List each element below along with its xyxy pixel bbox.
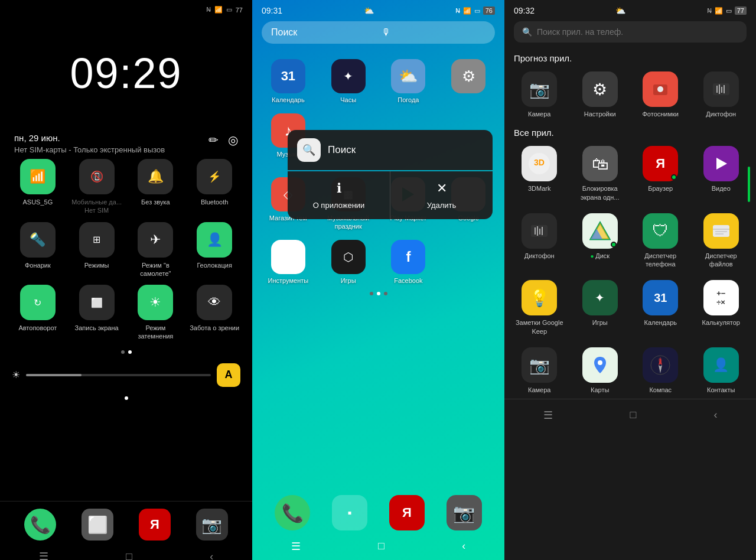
- home-nav-menu[interactable]: ☰: [279, 538, 312, 555]
- drawer-search-input[interactable]: [537, 27, 738, 37]
- app-calendar[interactable]: 31 Календарь: [258, 54, 318, 109]
- predicted-app-camera[interactable]: 📷 Камера: [510, 67, 569, 123]
- lock-dock-phone[interactable]: 📞: [24, 509, 56, 541]
- calendar-icon: 31: [643, 280, 678, 315]
- lock-dock-browser[interactable]: ⬜: [82, 509, 113, 541]
- toggle-modes-btn[interactable]: ⊞: [79, 222, 115, 258]
- nav-menu[interactable]: ☰: [27, 548, 60, 560]
- all-app-maps[interactable]: Карты: [571, 343, 630, 399]
- toggle-location-btn[interactable]: 👤: [197, 222, 232, 258]
- nav-back[interactable]: ‹: [198, 548, 225, 561]
- games-label: Игры: [592, 318, 608, 327]
- all-app-screenlock[interactable]: 🛍 Блокировка экрана одн...: [571, 141, 630, 206]
- drawer-status-icons: N̶ 📶 ▭ 77: [707, 6, 747, 15]
- app-facebook[interactable]: f Facebook: [379, 235, 439, 289]
- dock-yandex[interactable]: Я: [389, 495, 425, 530]
- toggle-eye-btn[interactable]: 👁: [197, 285, 232, 320]
- all-app-camera[interactable]: 📷 Камера: [510, 343, 569, 399]
- app-games[interactable]: ⬡ Игры: [318, 235, 379, 289]
- all-apps-grid: 3D 3DMark 🛍 Блокировка экрана одн... Я Б…: [504, 141, 756, 399]
- predicted-app-recorder[interactable]: Диктофон: [692, 67, 751, 123]
- home-signal-icon: N̶: [455, 7, 460, 15]
- app-clock[interactable]: ✦ Часы: [318, 54, 379, 109]
- svg-point-23: [598, 360, 602, 365]
- predicted-camera-icon: 📷: [522, 71, 557, 107]
- toggle-bluetooth-btn[interactable]: ⚡: [197, 159, 232, 194]
- screenlock-label: Блокировка экрана одн...: [573, 184, 627, 201]
- app-drawer: 09:32 ⛅ N̶ 📶 ▭ 77 🔍 Прогноз прил. 📷 Каме…: [504, 0, 756, 560]
- app-clock-icon: ✦: [331, 59, 366, 93]
- all-app-recorder[interactable]: Диктофон: [510, 209, 569, 274]
- svg-rect-13: [537, 226, 538, 236]
- toggle-autorotate-btn[interactable]: ↻: [20, 285, 56, 320]
- all-app-file-mgr[interactable]: Диспетчер файлов: [692, 209, 751, 274]
- drawer-nav-menu[interactable]: ☰: [532, 406, 565, 424]
- toggle-dark: ☀ Режим затемнения: [130, 285, 182, 341]
- profile-button[interactable]: A: [217, 363, 240, 387]
- drawer-nav-home[interactable]: □: [618, 406, 649, 424]
- home-weather-icon: ⛅: [364, 6, 374, 15]
- compass-label: Компас: [649, 386, 672, 394]
- predicted-app-settings[interactable]: ⚙ Настройки: [571, 67, 630, 123]
- svg-rect-21: [715, 231, 727, 232]
- toggle-flashlight-btn[interactable]: 🔦: [20, 222, 56, 258]
- lock-dock-camera[interactable]: 📷: [196, 509, 228, 541]
- drawer-nav-back[interactable]: ‹: [702, 406, 729, 424]
- app-tools-label: Инструменты: [268, 277, 309, 285]
- predicted-app-photos[interactable]: Фотоснимки: [631, 67, 690, 123]
- lock-target-icon[interactable]: ◎: [228, 133, 238, 147]
- toggle-record-btn[interactable]: ⬜: [79, 285, 115, 320]
- home-nav-home[interactable]: □: [366, 538, 396, 555]
- all-app-drive[interactable]: ● Диск: [571, 209, 630, 274]
- home-mic-icon[interactable]: 🎙: [382, 27, 486, 38]
- dock-phone[interactable]: 📞: [275, 495, 310, 530]
- brightness-track[interactable]: [26, 374, 211, 376]
- app-settings[interactable]: ⚙: [438, 54, 498, 109]
- nav-home[interactable]: □: [114, 548, 144, 561]
- context-info-btn[interactable]: ℹ О приложении: [288, 171, 390, 219]
- all-app-games[interactable]: ✦ Игры: [571, 275, 630, 340]
- all-app-calendar[interactable]: 31 Календарь: [631, 275, 690, 340]
- toggle-sound-label: Без звука: [141, 198, 170, 206]
- toggle-dark-btn[interactable]: ☀: [138, 285, 173, 320]
- all-app-browser[interactable]: Я Браузер: [631, 141, 690, 206]
- all-app-calculator[interactable]: +−÷× Калькулятор: [692, 275, 751, 340]
- toggle-flashlight: 🔦 Фонарик: [12, 222, 64, 278]
- lock-wifi-icon: 📶: [214, 6, 223, 14]
- all-app-compass[interactable]: N Компас: [631, 343, 690, 399]
- file-mgr-icon: [703, 213, 739, 249]
- toggle-sound: 🔔 Без звука: [130, 159, 182, 215]
- home-nav-back[interactable]: ‹: [450, 538, 477, 555]
- dock-camera[interactable]: 📷: [447, 495, 482, 530]
- drawer-battery: 77: [735, 6, 747, 15]
- toggle-mobile-btn[interactable]: 📵: [79, 159, 115, 194]
- recorder-all-label: Диктофон: [524, 252, 555, 260]
- app-tools[interactable]: ▦ Инструменты: [258, 235, 318, 289]
- all-app-3dmark[interactable]: 3D 3DMark: [510, 141, 569, 206]
- toggle-record: ⬜ Запись экрана: [71, 285, 123, 341]
- home-search-bar[interactable]: Поиск 🎙: [262, 21, 495, 44]
- context-delete-btn[interactable]: ✕ Удалить: [390, 171, 493, 219]
- lock-dock-yandex[interactable]: Я: [139, 509, 171, 541]
- drawer-search-bar[interactable]: 🔍: [514, 21, 747, 43]
- home-dock: 📞 ▪ Я 📷: [252, 495, 504, 530]
- all-app-video[interactable]: Видео: [692, 141, 751, 206]
- brightness-fill: [26, 374, 82, 376]
- 3dmark-icon: 3D: [522, 146, 557, 181]
- drawer-weather-icon: ⛅: [615, 6, 625, 15]
- drawer-status-bar: 09:32 ⛅ N̶ 📶 ▭ 77: [504, 0, 756, 15]
- svg-rect-5: [719, 84, 720, 94]
- toggle-eye: 👁 Забота о зрении: [188, 285, 240, 341]
- toggle-airplane-btn[interactable]: ✈: [138, 222, 173, 258]
- toggle-wifi-btn[interactable]: 📶: [20, 159, 56, 194]
- all-app-keep[interactable]: 💡 Заметки Google Keep: [510, 275, 569, 340]
- all-app-phone-mgr[interactable]: 🛡 Диспетчер телефона: [631, 209, 690, 274]
- all-app-contacts[interactable]: 👤 Контакты: [692, 343, 751, 399]
- app-weather[interactable]: ⛅ Погода: [379, 54, 439, 109]
- dock-browser[interactable]: ▪: [332, 495, 367, 530]
- toggle-sound-btn[interactable]: 🔔: [138, 159, 173, 194]
- app-games-icon: ⬡: [331, 240, 366, 274]
- svg-text:3D: 3D: [534, 158, 545, 167]
- lock-edit-icon[interactable]: ✏: [208, 133, 219, 147]
- svg-rect-14: [539, 229, 540, 235]
